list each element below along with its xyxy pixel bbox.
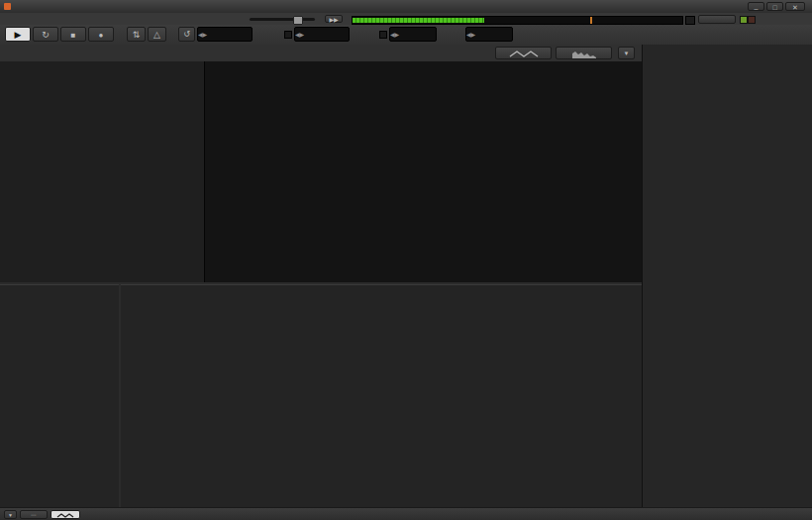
app-icon	[4, 3, 11, 10]
meter-expand-button[interactable]: ▶▶	[325, 15, 343, 23]
volume-slider-handle[interactable]	[293, 16, 303, 25]
meter-peak-marker	[590, 17, 592, 24]
block-loop-size[interactable]: ◀▶	[197, 27, 253, 42]
clip-indicator	[685, 16, 695, 25]
spectrum-button[interactable]	[556, 47, 612, 59]
maximize-button[interactable]: □	[766, 2, 783, 11]
lpb-toggle[interactable]	[379, 31, 387, 39]
prehear-volume-slider[interactable]	[250, 18, 315, 21]
midi-out-led	[748, 16, 756, 24]
title-bar: _ □ ✕	[0, 0, 812, 14]
lower-frame-dropdown[interactable]: ▼	[4, 510, 17, 519]
close-button[interactable]: ✕	[785, 2, 805, 11]
octave-value[interactable]: ◀▶	[465, 27, 513, 42]
stepper-arrows-icon[interactable]: ◀▶	[466, 32, 475, 38]
track-dsps-view-button[interactable]: ▫▫▫	[20, 510, 48, 519]
block-loop-button[interactable]: ↺	[178, 27, 195, 42]
pattern-editor-panel	[205, 61, 642, 282]
automation-zigzag-icon	[56, 512, 74, 519]
renoise-window: _ □ ✕ ▶▶ ▶ ↻ ■ ● ⇅ △ ↺ ◀▶	[0, 0, 812, 520]
track-scopes-button[interactable]	[495, 47, 552, 59]
follow-player-button[interactable]: ⇅	[127, 27, 146, 42]
bpm-value[interactable]: ◀▶	[294, 27, 350, 42]
master-level-meter	[352, 16, 683, 25]
automation-editor-panel	[121, 284, 642, 508]
midi-in-led	[740, 16, 748, 24]
stepper-arrows-icon[interactable]: ◀▶	[390, 32, 399, 38]
midi-map-button[interactable]	[698, 15, 736, 24]
automation-parameter-panel	[0, 284, 119, 508]
spectrum-bars-icon	[571, 50, 597, 58]
scopes-zigzag-icon	[509, 50, 539, 58]
meter-fill	[353, 18, 484, 23]
minimize-button[interactable]: _	[748, 2, 764, 11]
automation-view-button[interactable]	[51, 510, 80, 519]
transport-bar: ▶ ↻ ■ ● ⇅ △ ↺ ◀▶ ◀▶ ◀▶ ◀▶	[0, 25, 812, 46]
metronome-button[interactable]: △	[148, 27, 166, 42]
loop-pattern-button[interactable]: ↻	[33, 27, 58, 42]
scopes-options-dropdown[interactable]: ▼	[618, 47, 635, 59]
play-button[interactable]: ▶	[5, 27, 31, 42]
lower-status-bar: ▼ ▫▫▫	[0, 507, 812, 520]
record-button[interactable]: ●	[88, 27, 114, 42]
stepper-arrows-icon[interactable]: ◀▶	[198, 32, 207, 38]
pattern-matrix-panel	[0, 61, 205, 282]
right-side-panel	[642, 45, 812, 520]
stop-button[interactable]: ■	[60, 27, 86, 42]
lpb-value[interactable]: ◀▶	[389, 27, 437, 42]
bpm-toggle[interactable]	[284, 31, 292, 39]
stepper-arrows-icon[interactable]: ◀▶	[295, 32, 304, 38]
